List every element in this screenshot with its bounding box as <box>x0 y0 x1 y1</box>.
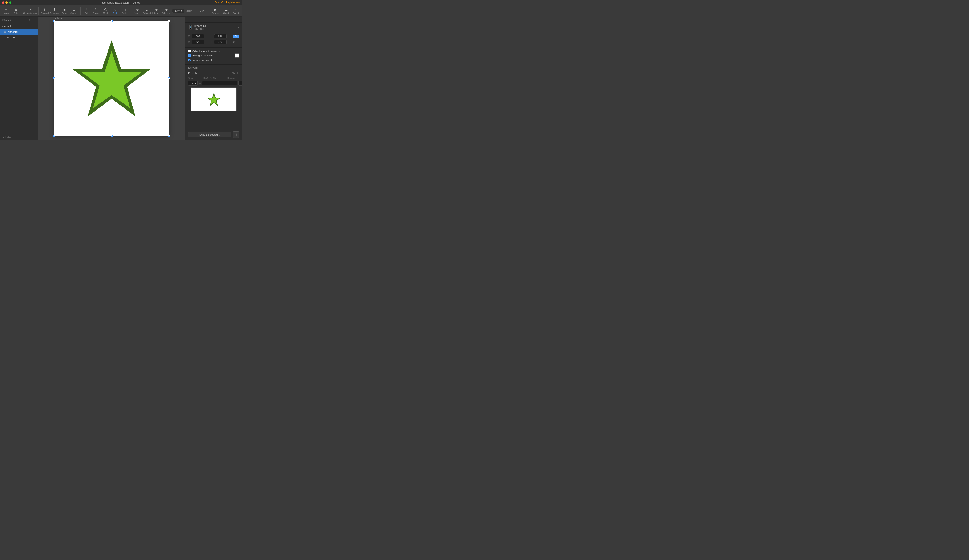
handle-bottom-right[interactable] <box>168 135 170 136</box>
handle-middle-left[interactable] <box>53 78 55 79</box>
align-middle-tab[interactable]: ⬝ <box>213 18 218 22</box>
insert-button[interactable]: ＋ Insert <box>2 7 10 15</box>
fullscreen-button[interactable] <box>9 2 12 4</box>
layers-panel: ▭ artboard ★ Star <box>0 29 38 134</box>
zoom-caret-icon: ▾ <box>181 9 182 12</box>
star-shape[interactable] <box>71 38 152 119</box>
align-bottom-tab[interactable]: ⬝ <box>218 18 223 22</box>
handle-bottom-middle[interactable] <box>111 135 113 136</box>
view-button[interactable]: View <box>198 9 206 13</box>
include-export-row: Include in Export <box>188 59 240 61</box>
ungroup-button[interactable]: ⊡ Ungroup <box>70 7 78 15</box>
align-right-tab[interactable]: ⬝ <box>197 18 202 22</box>
main-layout: PAGES ＋ ⋯ example ▾ ▭ artboard ★ Star <box>0 17 242 140</box>
zoom-label-btn[interactable]: Zoom <box>185 9 194 13</box>
group-icon: ▣ <box>63 8 66 12</box>
intersect-icon: ⊗ <box>155 8 158 12</box>
canvas-area[interactable]: artboard <box>38 17 185 140</box>
constrain-icon[interactable]: ↔ <box>236 40 240 43</box>
w-field-group: W <box>188 40 209 44</box>
preview-button[interactable]: ▶ Preview <box>210 7 221 15</box>
rotate-button[interactable]: ↻ Rotate <box>92 7 100 15</box>
xy-row: X Y Fit <box>188 34 240 38</box>
trial-badge[interactable]: 1 Day Left – Register Now <box>212 1 240 4</box>
minimize-button[interactable] <box>5 2 8 4</box>
presets-edit-icon[interactable]: ✎ <box>232 71 235 75</box>
export-selected-button[interactable]: Export Selected... <box>188 132 231 138</box>
rotate-icon: ↻ <box>95 8 98 12</box>
background-color-checkbox[interactable] <box>188 54 191 57</box>
union-icon: ⊕ <box>136 8 139 12</box>
edit-button[interactable]: ✎ Edit <box>82 7 91 15</box>
handle-top-left[interactable] <box>53 20 55 22</box>
intersect-button[interactable]: ⊗ Intersect <box>152 7 161 15</box>
align-left-tab[interactable]: ⬝ <box>187 18 191 22</box>
distribute-v-tab[interactable]: ⬝ <box>234 18 239 22</box>
add-page-button[interactable]: ＋ <box>28 18 31 22</box>
presets-add-icon[interactable]: ＋ <box>236 71 240 75</box>
prefix-suffix-input[interactable] <box>202 81 238 85</box>
background-color-label: Background color <box>192 54 213 57</box>
export-section: EXPORT Presets ⊡ ✎ ＋ Size Prefix/Suffix … <box>185 65 242 115</box>
flatten-button[interactable]: ◻ Flatten <box>120 7 129 15</box>
handle-top-middle[interactable] <box>111 20 113 22</box>
adjust-content-checkbox[interactable] <box>188 50 191 52</box>
star-icon: ★ <box>7 35 9 39</box>
format-col-label: Format <box>228 77 240 80</box>
group-button[interactable]: ▣ Group <box>60 7 69 15</box>
h-input[interactable] <box>214 40 226 44</box>
forward-icon: ⬆ <box>43 8 46 12</box>
backward-button[interactable]: ⬇ Backward <box>50 7 59 15</box>
y-label: Y <box>211 35 213 38</box>
lock-ratio-icon[interactable]: ⛓ <box>233 40 236 43</box>
share-icon: ⬆ <box>235 133 238 136</box>
difference-button[interactable]: ⊘ Difference <box>162 7 171 15</box>
sidebar-item-example-page[interactable]: example ▾ <box>0 24 38 28</box>
sidebar-item-star[interactable]: ★ Star <box>0 35 38 40</box>
format-select[interactable]: PNG JPG SVG PDF <box>238 81 242 86</box>
size-select[interactable]: 1x 2x 3x <box>188 81 198 86</box>
handle-bottom-left[interactable] <box>53 135 55 136</box>
data-button[interactable]: ⊞ Data <box>12 7 20 15</box>
share-button[interactable]: ⬆ <box>233 131 240 138</box>
background-color-swatch[interactable] <box>235 53 240 58</box>
y-input[interactable] <box>214 34 226 38</box>
artboard-container: artboard <box>54 21 169 136</box>
separator-v2: | <box>223 18 228 22</box>
x-label: X <box>188 35 191 38</box>
device-selector[interactable]: 📱 iPhone SE 320×568 ▾ <box>185 23 242 32</box>
preview-star <box>207 92 221 106</box>
presets-template-icon[interactable]: ⊡ <box>228 71 231 75</box>
filter-button[interactable]: ⊙ Filter <box>2 135 35 138</box>
mask-button[interactable]: ⬡ Mask <box>102 7 110 15</box>
include-export-checkbox[interactable] <box>188 59 191 61</box>
zoom-display[interactable]: 267% ▾ <box>172 8 184 13</box>
device-caret-icon[interactable]: ▾ <box>238 26 240 28</box>
create-symbol-button[interactable]: ⟳ Create Symbol <box>24 7 37 15</box>
w-input[interactable] <box>192 40 204 44</box>
device-details: iPhone SE 320×568 <box>194 25 207 30</box>
handle-top-right[interactable] <box>168 20 170 22</box>
export-toolbar-button[interactable]: ↑ Export <box>231 7 240 15</box>
export-icon: ↑ <box>235 8 237 12</box>
handle-middle-right[interactable] <box>168 78 170 79</box>
forward-button[interactable]: ⬆ Forward <box>40 7 49 15</box>
subtract-button[interactable]: ⊖ Subtract <box>143 7 151 15</box>
x-field-group: X <box>188 34 209 38</box>
cloud-button[interactable]: ☁ Cloud <box>222 7 230 15</box>
align-center-h-tab[interactable]: ⬝ <box>192 18 197 22</box>
background-color-row: Background color <box>188 53 240 58</box>
page-options-button[interactable]: ⋯ <box>32 18 35 22</box>
align-top-tab[interactable]: ⬝ <box>208 18 212 22</box>
fit-button[interactable]: Fit <box>233 35 240 38</box>
x-input[interactable] <box>192 34 204 38</box>
scale-button[interactable]: ⤡ Scale <box>111 7 120 15</box>
artboard[interactable] <box>54 21 169 136</box>
sidebar-item-artboard[interactable]: ▭ artboard <box>0 29 38 35</box>
close-button[interactable] <box>2 2 4 4</box>
union-button[interactable]: ⊕ Union <box>133 7 142 15</box>
checkboxes-section: Adjust content on resize Background colo… <box>185 48 242 65</box>
page-caret-icon: ▾ <box>13 25 15 28</box>
distribute-h-tab[interactable]: ⬝ <box>229 18 233 22</box>
size-col-label: Size <box>188 77 198 80</box>
